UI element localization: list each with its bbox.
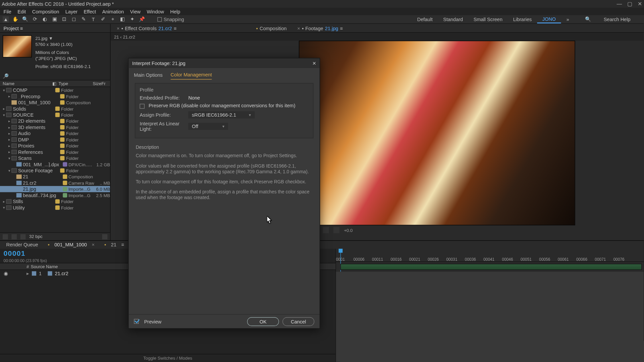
dialog-title-bar[interactable]: Interpret Footage: 21.jpg × [129, 58, 320, 68]
twirl-icon[interactable]: ▸ [7, 150, 11, 154]
label-color-icon[interactable] [60, 168, 65, 173]
zoom-tool-icon[interactable]: 🔍 [22, 16, 28, 22]
tree-row[interactable]: ▸_PrecompFolder [0, 93, 110, 99]
tree-row[interactable]: 001_MM_...].dpxDPX/Cin..nce1.2 GB [0, 161, 110, 167]
tree-row[interactable]: 21.jpgImporte...G6.0 MB [0, 186, 110, 192]
cancel-button[interactable]: Cancel [282, 317, 314, 326]
tab-menu-icon[interactable]: ≡ [340, 25, 343, 31]
workspace-default[interactable]: Default [412, 15, 438, 23]
label-color-icon[interactable] [60, 137, 65, 142]
twirl-icon[interactable]: ▸ [2, 199, 6, 203]
label-color-icon[interactable] [60, 131, 65, 135]
col-num-icon[interactable]: # [26, 264, 29, 269]
preview-checkbox[interactable]: Preview [134, 319, 161, 324]
label-color-icon[interactable] [55, 107, 60, 111]
tab-close-icon[interactable]: × [117, 25, 119, 31]
exposure-value[interactable]: +0.0 [344, 228, 353, 232]
tree-row[interactable]: ▾Source FootageFolder [0, 168, 110, 174]
search-help[interactable]: 🔍 Search Help [575, 15, 641, 23]
eraser-tool-icon[interactable]: ◧ [119, 16, 125, 22]
pen-tool-icon[interactable]: ✎ [80, 16, 87, 22]
dialog-close-icon[interactable]: × [313, 60, 316, 67]
minimize-icon[interactable]: — [617, 1, 622, 7]
tree-row[interactable]: ▸3D elementsFolder [0, 124, 110, 130]
twirl-icon[interactable]: ▾ [2, 113, 6, 117]
tree-row[interactable]: ▸ProxiesFolder [0, 143, 110, 149]
label-color-icon[interactable] [60, 94, 65, 99]
preserve-rgb-checkbox[interactable]: Preserve RGB (disable color management c… [140, 103, 295, 109]
layer-bar[interactable] [340, 264, 642, 270]
pan-behind-tool-icon[interactable]: ⊡ [61, 16, 67, 22]
exposure-icon[interactable] [333, 227, 339, 233]
tab-composition[interactable]: ▪ Composition [252, 24, 291, 32]
tab-sub-timeline[interactable]: ▪ 21 ≡ [101, 242, 128, 247]
time-ruler[interactable]: 0001000060001100016000210002600031000360… [336, 249, 644, 262]
tree-row[interactable]: ▸SolidsFolder [0, 106, 110, 112]
tree-row[interactable]: ▾ScansFolder [0, 155, 110, 161]
project-search[interactable]: 🔎 [3, 73, 107, 79]
brush-tool-icon[interactable]: ✐ [100, 16, 106, 22]
workspace-overflow-icon[interactable]: » [561, 15, 575, 23]
trash-icon[interactable] [102, 234, 107, 239]
label-color-icon[interactable] [63, 187, 67, 191]
label-color-icon[interactable] [55, 88, 60, 92]
label-color-icon[interactable] [60, 150, 65, 154]
twirl-icon[interactable]: ▸ [7, 119, 11, 123]
new-folder-icon[interactable] [11, 234, 17, 239]
col-label-icon[interactable]: ◧ [52, 81, 58, 86]
tree-row[interactable]: ▸StillsFolder [0, 198, 110, 204]
maximize-icon[interactable]: ▢ [627, 1, 632, 7]
tree-row[interactable]: ▸ReferencesFolder [0, 149, 110, 155]
col-size[interactable]: Size [85, 81, 101, 86]
menu-window[interactable]: Window [147, 9, 164, 14]
tab-render-queue[interactable]: Render Queue [3, 242, 42, 247]
label-color-icon[interactable] [63, 162, 67, 167]
orbit-tool-icon[interactable]: ⟳ [32, 16, 38, 22]
workspace-standard[interactable]: Standard [438, 15, 468, 23]
menu-view[interactable]: View [130, 9, 141, 14]
workspace-active[interactable]: JONO [537, 15, 561, 23]
menu-file[interactable]: File [4, 9, 11, 14]
twirl-icon[interactable]: ▾ [2, 88, 6, 92]
tree-row[interactable]: ▸DMPFolder [0, 136, 110, 142]
bpc-toggle[interactable]: 32 bpc [29, 234, 43, 239]
label-color-icon[interactable] [60, 125, 65, 129]
label-color-icon[interactable] [55, 113, 60, 117]
tree-row[interactable]: 001_MM_1000Composition [0, 100, 110, 106]
camera-tool-icon[interactable]: ▣ [51, 16, 57, 22]
ok-button[interactable]: OK [247, 317, 279, 326]
project-tab[interactable]: Project ≡ [0, 24, 110, 33]
col-fr[interactable]: Fr [101, 81, 110, 86]
twirl-icon[interactable]: ▸ [7, 144, 11, 148]
tree-row[interactable]: beautif..734.jpgImporte...G2.5 MB [0, 192, 110, 198]
tab-main-options[interactable]: Main Options [134, 72, 162, 79]
menu-composition[interactable]: Composition [32, 9, 59, 14]
puppet-tool-icon[interactable]: 📌 [139, 16, 145, 22]
tree-row[interactable]: ▾SOURCEFolder [0, 112, 110, 118]
twirl-icon[interactable]: ▸ [7, 131, 11, 135]
project-tree[interactable]: ▾COMPFolder▸_PrecompFolder001_MM_1000Com… [0, 87, 110, 233]
tree-row[interactable]: ▾COMPFolder [0, 87, 110, 93]
tab-comp-timeline[interactable]: ▪ 001_MM_1000 × [44, 242, 98, 247]
toggle-switches[interactable]: Toggle Switches / Modes [0, 354, 335, 362]
twirl-icon[interactable]: ▾ [2, 206, 6, 210]
tree-row[interactable]: ▸2D elementsFolder [0, 118, 110, 124]
label-color-icon[interactable] [60, 119, 65, 123]
menu-edit[interactable]: Edit [17, 9, 26, 14]
tree-row[interactable]: 21Composition [0, 174, 110, 180]
col-name[interactable]: Name [0, 81, 52, 86]
workspace-libraries[interactable]: Libraries [508, 15, 537, 23]
assign-profile-select[interactable]: sRGB IEC61966-2.1 ▾ [188, 111, 255, 118]
footage-preview[interactable] [299, 41, 575, 225]
twirl-icon[interactable]: ▸ [7, 125, 11, 129]
label-color-icon[interactable] [60, 100, 65, 105]
channel-icon[interactable] [323, 227, 329, 233]
tab-close-icon[interactable]: × [92, 242, 95, 247]
tab-color-management[interactable]: Color Management [171, 72, 212, 79]
twirl-icon[interactable]: ▸ [7, 138, 11, 142]
clone-tool-icon[interactable]: ⌖ [110, 16, 116, 22]
menu-effect[interactable]: Effect [84, 9, 96, 14]
label-color-icon[interactable] [63, 175, 67, 179]
twirl-icon[interactable]: ▸ [2, 107, 6, 111]
tab-footage[interactable]: × ▪ Footage 21.jpg ≡ [291, 24, 347, 32]
